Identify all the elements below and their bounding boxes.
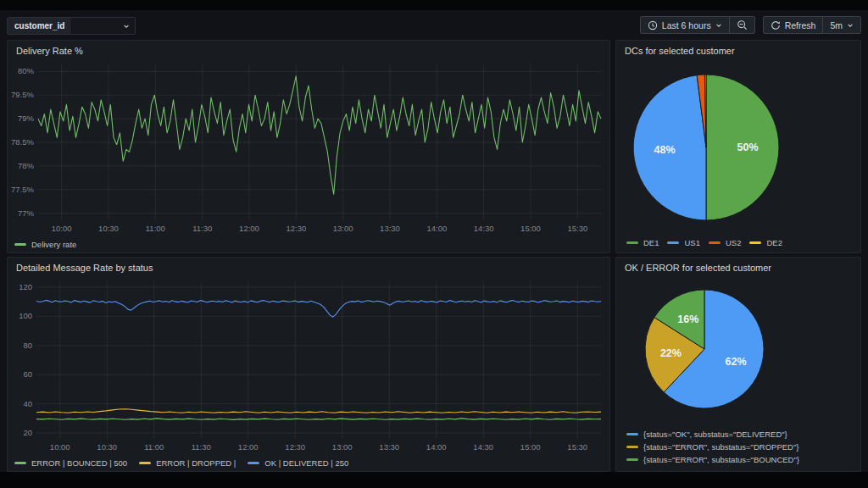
series-swatch: [139, 462, 151, 464]
svg-text:13:00: 13:00: [333, 224, 353, 233]
series-swatch: [626, 241, 638, 244]
svg-text:15:00: 15:00: [520, 224, 541, 233]
legend-item[interactable]: US2: [709, 238, 741, 247]
legend-item[interactable]: US1: [667, 238, 699, 247]
legend-label: {status="OK", substatus="DELIVERED"}: [643, 430, 787, 439]
legend: Delivery rate: [8, 236, 609, 252]
series-swatch: [626, 446, 638, 448]
panel-title[interactable]: Delivery Rate %: [8, 41, 609, 59]
svg-text:60: 60: [23, 369, 32, 379]
legend-item[interactable]: OK | DELIVERED | 250: [248, 458, 348, 468]
panel-ok-error-pie: OK / ERROR for selected customer 62%22%1…: [615, 257, 861, 472]
chevron-down-icon: [715, 22, 722, 29]
svg-text:80: 80: [23, 341, 32, 350]
dcs-pie-chart[interactable]: 50%48%: [616, 59, 860, 232]
ok-error-pie-chart[interactable]: 62%22%16%: [616, 276, 860, 430]
svg-text:11:00: 11:00: [144, 442, 164, 452]
time-range-picker[interactable]: Last 6 hours: [640, 16, 730, 34]
svg-text:10:30: 10:30: [98, 224, 119, 233]
svg-text:79.5%: 79.5%: [11, 90, 34, 99]
legend: ERROR | BOUNCED | 500 ERROR | DROPPED | …: [8, 454, 609, 471]
legend: {status="OK", substatus="DELIVERED"} {st…: [616, 430, 860, 471]
legend-label: {status="ERROR", substatus="DROPPED"}: [643, 442, 799, 452]
series-swatch: [14, 462, 26, 464]
svg-text:14:00: 14:00: [426, 442, 447, 452]
svg-text:16%: 16%: [677, 313, 698, 325]
refresh-button[interactable]: Refresh: [763, 16, 824, 34]
refresh-icon: [771, 20, 781, 30]
refresh-controls-group: Refresh 5m: [763, 16, 861, 34]
svg-text:13:30: 13:30: [380, 224, 400, 233]
panel-delivery-rate: Delivery Rate % 77%77.5%78%78.5%79%79.5%…: [7, 40, 610, 253]
panel-dcs-pie: DCs for selected customer 50%48% DE1 US1…: [615, 40, 861, 253]
toolbar-right-controls: Last 6 hours Refresh: [640, 16, 861, 34]
svg-text:10:00: 10:00: [52, 224, 72, 233]
legend-item[interactable]: {status="ERROR", substatus="DROPPED"}: [626, 442, 860, 452]
chevron-down-icon: [847, 22, 854, 29]
variable-label: customer_id: [8, 18, 72, 34]
grafana-viewport: customer_id Last 6 hours: [0, 10, 868, 472]
series-swatch: [667, 241, 679, 244]
svg-text:12:00: 12:00: [238, 442, 259, 452]
svg-text:62%: 62%: [726, 356, 747, 368]
customer-id-select[interactable]: [72, 18, 135, 34]
legend-label: DE1: [643, 238, 659, 247]
legend: DE1 US1 US2 DE2: [616, 232, 860, 252]
svg-text:12:00: 12:00: [239, 224, 259, 233]
svg-text:15:30: 15:30: [567, 442, 587, 452]
message-rate-chart[interactable]: 2040608010012010:0010:3011:0011:3012:001…: [8, 276, 609, 454]
legend-label: DE2: [766, 238, 782, 247]
svg-text:15:30: 15:30: [567, 224, 587, 233]
svg-text:12:30: 12:30: [285, 442, 305, 452]
legend-item[interactable]: Delivery rate: [14, 240, 76, 249]
series-swatch: [248, 462, 259, 464]
series-swatch: [626, 433, 638, 435]
series-swatch: [709, 241, 721, 244]
svg-text:120: 120: [19, 282, 32, 291]
legend-item[interactable]: ERROR | DROPPED |: [139, 458, 236, 468]
template-variable-customer-id[interactable]: customer_id: [7, 17, 136, 35]
legend-item[interactable]: DE2: [749, 238, 782, 247]
svg-text:77%: 77%: [18, 208, 35, 218]
dashboard-toolbar: customer_id Last 6 hours: [0, 10, 868, 39]
legend-label: {status="ERROR", substatus="BOUNCED"}: [643, 455, 799, 464]
svg-text:12:30: 12:30: [286, 224, 306, 233]
svg-text:50%: 50%: [737, 141, 758, 153]
svg-text:20: 20: [23, 428, 32, 437]
legend-item[interactable]: DE1: [626, 238, 659, 247]
svg-text:14:30: 14:30: [474, 224, 494, 233]
svg-text:13:30: 13:30: [379, 442, 399, 452]
clock-icon: [648, 20, 658, 30]
zoom-out-button[interactable]: [729, 16, 755, 34]
refresh-label: Refresh: [785, 20, 816, 30]
svg-text:79%: 79%: [18, 114, 35, 123]
legend-item[interactable]: {status="OK", substatus="DELIVERED"}: [626, 430, 860, 439]
panel-title[interactable]: OK / ERROR for selected customer: [616, 258, 860, 276]
delivery-rate-chart[interactable]: 77%77.5%78%78.5%79%79.5%80%10:0010:3011:…: [8, 59, 609, 236]
legend-label: US2: [726, 238, 741, 247]
refresh-interval-value: 5m: [830, 20, 843, 30]
svg-text:78.5%: 78.5%: [11, 137, 34, 147]
legend-item[interactable]: {status="ERROR", substatus="BOUNCED"}: [626, 455, 860, 464]
svg-text:11:00: 11:00: [146, 224, 165, 233]
svg-text:48%: 48%: [654, 144, 676, 156]
svg-text:10:00: 10:00: [50, 442, 70, 452]
time-controls-group: Last 6 hours: [640, 16, 755, 34]
panel-title[interactable]: Detailed Message Rate by status: [8, 258, 609, 276]
series-swatch: [626, 458, 638, 461]
legend-label: US1: [684, 238, 699, 247]
legend-label: ERROR | BOUNCED | 500: [31, 458, 127, 468]
svg-text:78%: 78%: [18, 161, 35, 170]
svg-text:11:30: 11:30: [192, 224, 212, 233]
svg-text:22%: 22%: [660, 347, 682, 359]
svg-text:80%: 80%: [18, 66, 35, 75]
svg-text:77.5%: 77.5%: [11, 185, 34, 194]
time-range-label: Last 6 hours: [662, 20, 711, 30]
refresh-interval-picker[interactable]: 5m: [822, 16, 861, 34]
magnifier-minus-icon: [737, 19, 748, 30]
legend-item[interactable]: ERROR | BOUNCED | 500: [14, 458, 127, 468]
svg-text:40: 40: [23, 399, 32, 408]
panel-title[interactable]: DCs for selected customer: [616, 41, 860, 59]
svg-text:10:30: 10:30: [97, 442, 117, 452]
legend-label: ERROR | DROPPED |: [156, 458, 236, 468]
